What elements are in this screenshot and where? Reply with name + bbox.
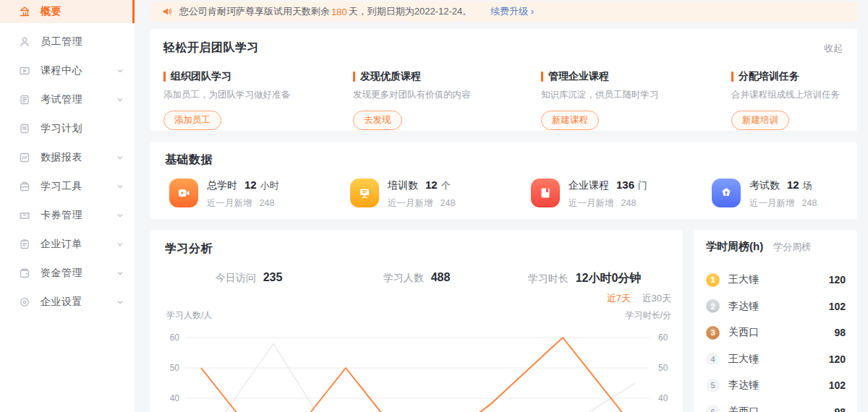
summary-today-visits: 今日访问235 — [165, 271, 333, 286]
collapse-link[interactable]: 收起 — [824, 42, 843, 55]
rank-row: 3 关西口 98 — [706, 319, 846, 346]
arrow-right-icon: › — [531, 6, 534, 17]
book-icon — [531, 179, 560, 207]
sidebar-item-label: 企业设置 — [41, 296, 82, 309]
step-title: 组织团队学习 — [171, 70, 231, 83]
new-training-button[interactable]: 新建培训 — [731, 111, 789, 130]
step-title: 管理企业课程 — [548, 70, 609, 83]
sidebar-item-label: 企业订单 — [41, 238, 82, 251]
stat-text: 总学时12小时 近一月新增248 — [207, 179, 279, 210]
stat-value: 12 — [787, 179, 799, 191]
onboarding-card: 轻松开启团队学习 收起 组织团队学习 添加员工，为团队学习做好准备 添加员工 发… — [150, 29, 857, 131]
rank-value: 98 — [834, 327, 846, 338]
rank-value: 120 — [829, 353, 846, 365]
sidebar-item-tools[interactable]: 学习工具 — [0, 172, 135, 201]
renew-upgrade-link[interactable]: 续费升级 › — [490, 5, 534, 18]
learning-analysis-card: 学习分析 今日访问235 学习人数488 学习时长12小时0分钟 近7天 近30… — [150, 230, 683, 412]
chevron-down-icon[interactable] — [116, 211, 124, 220]
sidebar-item-label: 课程中心 — [41, 64, 82, 77]
step-title-row: 组织团队学习 — [163, 70, 353, 83]
bottom-row: 学习分析 今日访问235 学习人数488 学习时长12小时0分钟 近7天 近30… — [150, 230, 857, 412]
left-axis-label: 学习人数/人 — [166, 309, 212, 322]
rank-value: 98 — [834, 406, 846, 412]
chevron-down-icon[interactable] — [116, 95, 124, 104]
step-title: 分配培训任务 — [739, 70, 799, 83]
sidebar-item-settings[interactable]: 企业设置 — [0, 288, 135, 317]
chevron-down-icon[interactable] — [116, 240, 124, 249]
add-staff-button[interactable]: 添加员工 — [163, 111, 221, 130]
rank-row: 2 李达锤 102 — [706, 293, 846, 320]
tab-hours-ranking[interactable]: 学时周榜(h) — [706, 240, 763, 254]
svg-text:50: 50 — [170, 363, 180, 373]
sidebar-item-exam[interactable]: 考试管理 — [0, 85, 135, 114]
rank-name: 李达锤 — [728, 379, 759, 392]
step-desc: 合并课程组成线上培训任务 — [731, 89, 844, 101]
pen-nib-icon — [712, 179, 741, 207]
orange-bar — [731, 72, 733, 82]
trial-text-suffix: 天，到期日期为2022-12-24。 — [349, 5, 472, 18]
chevron-down-icon[interactable] — [116, 182, 124, 191]
sidebar-item-label: 资金管理 — [41, 267, 82, 280]
stat-text: 考试数12场 近一月新增248 — [749, 179, 817, 210]
step-title-row: 发现优质课程 — [353, 70, 541, 83]
new-course-button[interactable]: 新建课程 — [541, 111, 599, 130]
order-icon — [19, 239, 30, 250]
sidebar-item-overview[interactable]: 概要 — [0, 0, 135, 23]
sidebar-item-plan[interactable]: 学习计划 — [0, 114, 135, 143]
trial-days-remaining: 180 — [331, 7, 347, 17]
exam-icon — [19, 94, 30, 106]
onboarding-title: 轻松开启团队学习 — [163, 40, 844, 56]
sidebar-item-staff[interactable]: 员工管理 — [0, 27, 135, 56]
sidebar-item-order[interactable]: 企业订单 — [0, 230, 135, 259]
step-desc: 添加员工，为团队学习做好准备 — [163, 89, 353, 101]
ranking-header: 学时周榜(h) 学分周榜 — [706, 240, 846, 254]
sidebar-item-course-center[interactable]: 课程中心 — [0, 56, 135, 85]
stat-unit: 个 — [441, 179, 451, 192]
stat-courses: 企业课程136门 近一月新增248 — [531, 179, 712, 210]
basic-data-card: 基础数据 总学时12小时 近一月新增248 培训数12个 近一月新增248 — [150, 142, 857, 219]
stat-value: 12 — [425, 179, 438, 191]
course-icon — [19, 65, 30, 77]
video-icon — [169, 179, 198, 207]
orange-bar — [163, 72, 166, 82]
weekly-ranking-card: 学时周榜(h) 学分周榜 1 王大锤 120 2 李达锤 102 3 关西口 9… — [694, 230, 857, 412]
stat-label: 企业课程 — [569, 179, 609, 192]
analysis-summary: 今日访问235 学习人数488 学习时长12小时0分钟 — [165, 271, 668, 286]
stat-label: 考试数 — [749, 179, 780, 192]
right-axis-label: 学习时长/分 — [626, 309, 671, 322]
stat-sub-value: 248 — [802, 198, 817, 208]
stat-total-hours: 总学时12小时 近一月新增248 — [169, 179, 350, 210]
silver-medal-icon: 2 — [706, 299, 720, 313]
stats-row: 总学时12小时 近一月新增248 培训数12个 近一月新增248 企业课程1 — [165, 179, 843, 210]
chevron-down-icon[interactable] — [116, 66, 124, 75]
orange-bar — [353, 72, 355, 82]
stat-sub-label: 近一月新增 — [569, 198, 614, 208]
rank-row: 5 李达锤 102 — [706, 372, 846, 399]
sidebar-item-coupon[interactable]: 卡券管理 — [0, 201, 135, 230]
tab-last-7-days[interactable]: 近7天 — [607, 293, 631, 304]
staff-icon — [19, 36, 30, 48]
stat-sub-value: 248 — [621, 198, 637, 208]
rank-name: 李达锤 — [728, 300, 759, 313]
rank-value: 102 — [829, 379, 846, 391]
coupon-icon — [19, 210, 30, 221]
stat-unit: 门 — [638, 179, 647, 192]
sidebar-item-label: 概要 — [41, 5, 61, 18]
ranking-list: 1 王大锤 120 2 李达锤 102 3 关西口 98 4 王大锤 1 — [706, 267, 846, 412]
rank-value: 102 — [829, 301, 846, 312]
rank-number-badge: 5 — [706, 379, 720, 392]
tools-icon — [19, 181, 30, 192]
tab-credits-ranking[interactable]: 学分周榜 — [773, 241, 811, 254]
chevron-down-icon[interactable] — [116, 153, 124, 162]
chevron-down-icon[interactable] — [116, 298, 124, 306]
stat-exams: 考试数12场 近一月新增248 — [712, 179, 868, 210]
report-icon — [19, 152, 30, 163]
analysis-title: 学习分析 — [165, 241, 668, 257]
sidebar-item-report[interactable]: 数据报表 — [0, 143, 135, 172]
sidebar-item-funds[interactable]: 资金管理 — [0, 259, 135, 288]
line-chart: 606050504040 — [150, 322, 683, 412]
sidebar-item-label: 学习工具 — [41, 180, 82, 193]
tab-last-30-days[interactable]: 近30天 — [642, 293, 671, 304]
go-discover-button[interactable]: 去发现 — [353, 111, 402, 130]
chevron-down-icon[interactable] — [116, 269, 124, 278]
